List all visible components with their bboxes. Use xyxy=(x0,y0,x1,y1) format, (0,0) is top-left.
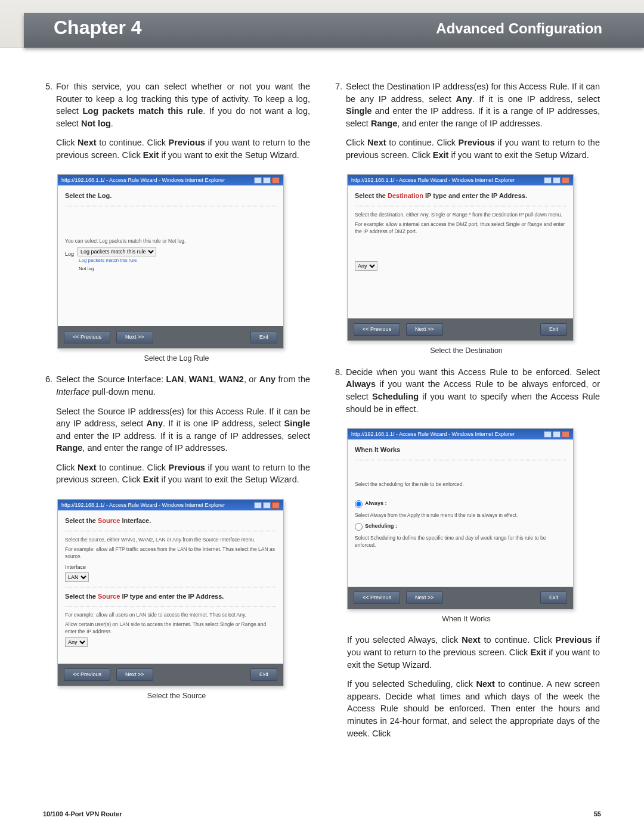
next-button[interactable]: Next >> xyxy=(116,668,153,681)
wizard-footer: << Previous Next >> Exit xyxy=(348,318,573,340)
wizard-heading: Select the Destination IP type and enter… xyxy=(355,191,566,201)
page-number: 55 xyxy=(594,810,601,817)
hint-text: For example: allow all users on LAN side… xyxy=(65,611,276,618)
next-button[interactable]: Next >> xyxy=(406,323,443,336)
screenshot-when-it-works: http://192.168.1.1/ - Access Rule Wizard… xyxy=(347,428,574,609)
step-number: 8. xyxy=(333,366,346,422)
next-button[interactable]: Next >> xyxy=(406,592,443,604)
section-title: Advanced Configuration xyxy=(436,20,602,37)
maximize-icon[interactable] xyxy=(553,177,561,184)
minimize-icon[interactable] xyxy=(254,177,262,184)
step-body: Select the Destination IP address(es) fo… xyxy=(346,80,600,168)
exit-button[interactable]: Exit xyxy=(250,331,277,343)
close-icon[interactable] xyxy=(272,177,280,184)
window-title: http://192.168.1.1/ - Access Rule Wizard… xyxy=(61,176,225,184)
radio-always[interactable]: Always : xyxy=(355,500,566,508)
select-option: Not log xyxy=(78,265,156,272)
step-7: 7. Select the Destination IP address(es)… xyxy=(333,80,600,168)
exit-button[interactable]: Exit xyxy=(250,668,277,681)
window-title: http://192.168.1.1/ - Access Rule Wizard… xyxy=(351,176,515,184)
paragraph: If you selected Scheduling, click Next t… xyxy=(347,678,600,739)
screenshot-log-rule: http://192.168.1.1/ - Access Rule Wizard… xyxy=(57,174,284,348)
wizard-heading: When It Works xyxy=(355,445,566,455)
hint-text: Select Always from the Apply this rule m… xyxy=(355,512,566,519)
paragraph: If you selected Always, click Next to co… xyxy=(347,634,600,671)
wizard-footer: << Previous Next >> Exit xyxy=(58,664,283,686)
exit-button[interactable]: Exit xyxy=(540,592,567,604)
window-titlebar: http://192.168.1.1/ - Access Rule Wizard… xyxy=(348,175,573,185)
figure-caption: Select the Log Rule xyxy=(43,354,310,364)
minimize-icon[interactable] xyxy=(544,177,552,184)
window-title: http://192.168.1.1/ - Access Rule Wizard… xyxy=(61,501,225,509)
step-number: 6. xyxy=(43,373,56,493)
page: Chapter 4 Advanced Configuration 5. For … xyxy=(0,0,644,833)
previous-button[interactable]: << Previous xyxy=(354,592,400,604)
source-ip-select[interactable]: Any xyxy=(65,637,88,647)
hint-text: For example: allow all FTP traffic acces… xyxy=(65,546,276,560)
maximize-icon[interactable] xyxy=(263,177,271,184)
step-body: Decide when you want this Access Rule to… xyxy=(346,366,600,422)
window-titlebar: http://192.168.1.1/ - Access Rule Wizard… xyxy=(58,175,283,185)
paragraph: Select the Source IP address(es) for thi… xyxy=(56,405,310,454)
log-select[interactable]: Log packets match this rule xyxy=(78,247,156,256)
minimize-icon[interactable] xyxy=(254,502,262,509)
hint-text: Select the source, either WAN1, WAN2, LA… xyxy=(65,536,276,543)
window-titlebar: http://192.168.1.1/ - Access Rule Wizard… xyxy=(348,429,573,439)
radio-input[interactable] xyxy=(355,500,363,508)
right-column: 7. Select the Destination IP address(es)… xyxy=(333,80,600,797)
wizard-footer: << Previous Next >> Exit xyxy=(348,587,573,609)
wizard-heading: Select the Source Interface. xyxy=(65,516,276,526)
step-8: 8. Decide when you want this Access Rule… xyxy=(333,366,600,422)
next-button[interactable]: Next >> xyxy=(116,331,153,343)
window-buttons xyxy=(544,177,569,184)
window-buttons xyxy=(254,177,280,184)
radio-scheduling[interactable]: Scheduling : xyxy=(355,522,566,531)
paragraph: Click Next to continue. Click Previous i… xyxy=(56,137,310,161)
radio-input[interactable] xyxy=(355,523,363,531)
hint-text: You can select Log packets match this ru… xyxy=(65,237,276,244)
window-body: Select the Destination IP type and enter… xyxy=(348,185,573,318)
step-number: 5. xyxy=(43,80,56,168)
hint-text: Select the scheduling for the rule to be… xyxy=(355,481,566,488)
wizard-footer: << Previous Next >> Exit xyxy=(58,326,283,348)
window-body: Select the Log. You can select Log packe… xyxy=(58,185,283,326)
header-band: Chapter 4 Advanced Configuration xyxy=(0,0,644,48)
screenshot-destination: http://192.168.1.1/ - Access Rule Wizard… xyxy=(347,174,574,341)
close-icon[interactable] xyxy=(562,431,569,438)
exit-button[interactable]: Exit xyxy=(540,323,567,336)
step-6: 6. Select the Source Interface: LAN, WAN… xyxy=(43,373,310,493)
figure-caption: Select the Source xyxy=(43,691,310,702)
interface-label: Interface xyxy=(65,563,276,571)
window-buttons xyxy=(544,431,569,438)
close-icon[interactable] xyxy=(272,502,280,509)
minimize-icon[interactable] xyxy=(544,431,552,438)
previous-button[interactable]: << Previous xyxy=(354,323,400,336)
figure-caption: Select the Destination xyxy=(333,346,600,357)
step-body: For this service, you can select whether… xyxy=(56,80,310,168)
header-bar: Chapter 4 Advanced Configuration xyxy=(24,13,644,48)
page-footer: 10/100 4-Port VPN Router 55 xyxy=(43,810,601,817)
interface-select[interactable]: LAN xyxy=(65,572,89,582)
figure-caption: When It Works xyxy=(333,614,600,625)
previous-button[interactable]: << Previous xyxy=(64,668,110,681)
paragraph: Click Next to continue. Click Previous i… xyxy=(346,137,600,161)
content: 5. For this service, you can select whet… xyxy=(43,80,601,797)
paragraph: Select the Destination IP address(es) fo… xyxy=(346,80,600,129)
window-titlebar: http://192.168.1.1/ - Access Rule Wizard… xyxy=(58,500,283,510)
maximize-icon[interactable] xyxy=(263,502,271,509)
step-number: 7. xyxy=(333,80,346,168)
paragraph: Decide when you want this Access Rule to… xyxy=(346,366,600,415)
maximize-icon[interactable] xyxy=(553,431,561,438)
continuation-text: If you selected Always, click Next to co… xyxy=(333,634,600,739)
step-5: 5. For this service, you can select whet… xyxy=(43,80,310,168)
window-body: When It Works Select the scheduling for … xyxy=(348,439,573,587)
footer-product: 10/100 4-Port VPN Router xyxy=(43,810,122,817)
chapter-title: Chapter 4 xyxy=(54,17,142,39)
close-icon[interactable] xyxy=(562,177,569,184)
wizard-heading: Select the Source IP type and enter the … xyxy=(65,592,276,602)
paragraph: Select the Source Interface: LAN, WAN1, … xyxy=(56,373,310,398)
window-title: http://192.168.1.1/ - Access Rule Wizard… xyxy=(351,431,515,438)
destination-ip-select[interactable]: Any xyxy=(355,261,377,271)
window-buttons xyxy=(254,502,280,509)
previous-button[interactable]: << Previous xyxy=(64,331,110,343)
